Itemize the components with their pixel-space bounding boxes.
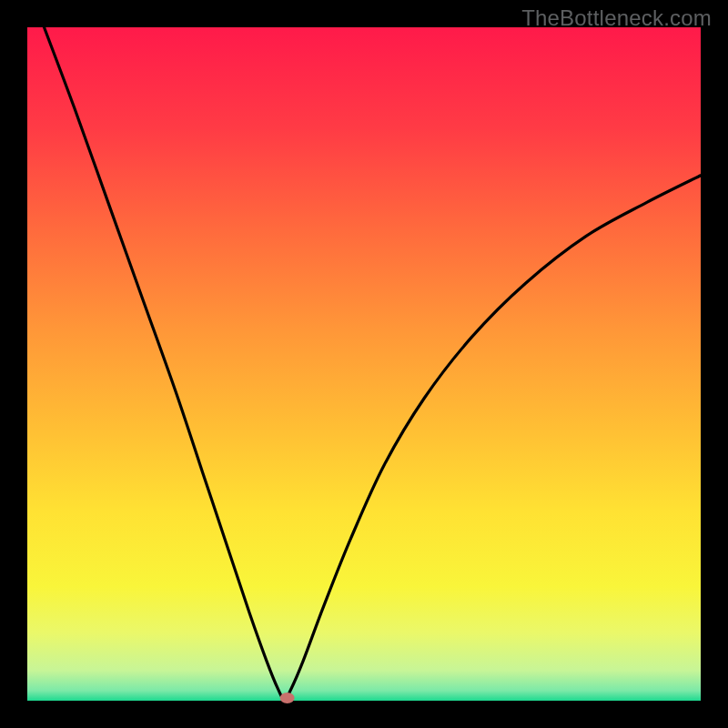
watermark-text: TheBottleneck.com [521,5,712,31]
optimal-point-marker [280,693,295,703]
bottleneck-chart [0,0,728,728]
chart-gradient-background [27,27,701,701]
